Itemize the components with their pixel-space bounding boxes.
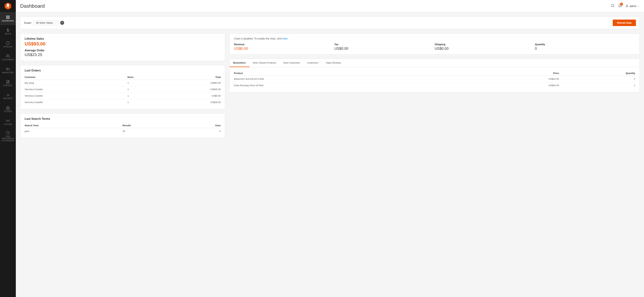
sidebar-item-dashboard[interactable]: DASHBOARD bbox=[0, 12, 16, 25]
tabs-header: BestsellersMost Viewed ProductsNew Custo… bbox=[230, 59, 640, 67]
order-total: US$29.00 bbox=[162, 99, 221, 106]
main-content: Dashboard 3 admin bbox=[16, 0, 644, 297]
sidebar-item-reports[interactable]: REPORTS bbox=[0, 90, 16, 103]
svg-point-20 bbox=[611, 4, 614, 7]
scope-select[interactable]: All Store Views bbox=[34, 20, 58, 25]
page-title: Dashboard bbox=[20, 3, 45, 9]
search-results: 32 bbox=[122, 128, 182, 134]
sidebar-logo bbox=[0, 0, 16, 12]
col-term: Search Term bbox=[24, 123, 122, 128]
sidebar-label-content: CONTENT bbox=[3, 85, 12, 87]
order-total: US$45.00 bbox=[162, 86, 221, 93]
metric-label: Quantity bbox=[535, 43, 635, 46]
last-orders-table: Customer Items Total key yang 1 US$64.00… bbox=[24, 75, 221, 105]
sidebar-item-customers[interactable]: CUSTOMERS bbox=[0, 51, 16, 64]
scope-left: Scope: All Store Views ? bbox=[24, 20, 64, 25]
catalog-icon bbox=[6, 41, 10, 45]
dashboard-icon bbox=[6, 15, 10, 19]
search-icon[interactable] bbox=[611, 4, 614, 8]
topbar-actions: 3 admin bbox=[611, 4, 640, 8]
metric-label: Revenue bbox=[234, 43, 334, 46]
product-quantity: 1 bbox=[559, 82, 635, 89]
avg-label: Average Order bbox=[24, 49, 221, 52]
reload-button[interactable]: Reload Data bbox=[613, 19, 636, 26]
product-quantity: 2 bbox=[559, 76, 635, 82]
svg-line-19 bbox=[8, 133, 9, 134]
avg-value: US$23.25 bbox=[24, 52, 221, 57]
order-items: 1 bbox=[128, 86, 162, 93]
right-panel: Chart is disabled. To enable the chart, … bbox=[230, 33, 640, 142]
col-items: Items bbox=[128, 75, 162, 80]
metric-item: Revenue US$0.00 bbox=[234, 43, 334, 51]
order-customer: key yang bbox=[24, 80, 128, 86]
metrics-row: Revenue US$0.00 Tax US$0.00 Shipping US$… bbox=[234, 43, 635, 51]
svg-point-22 bbox=[626, 5, 628, 6]
table-row: Veronica Costello 1 US$45.00 bbox=[24, 86, 221, 93]
sidebar-label-reports: REPORTS bbox=[3, 97, 12, 100]
svg-point-17 bbox=[7, 120, 8, 121]
sidebar-item-content[interactable]: CONTENT bbox=[0, 77, 16, 90]
order-total: US$0.00 bbox=[162, 93, 221, 99]
tab-bestsellers[interactable]: Bestsellers bbox=[230, 59, 249, 67]
svg-marker-11 bbox=[6, 68, 8, 70]
metric-item: Tax US$0.00 bbox=[334, 43, 435, 51]
col-product: Product bbox=[234, 71, 475, 76]
system-icon bbox=[6, 119, 10, 123]
lifetime-label: Lifetime Sales bbox=[24, 37, 221, 40]
metric-label: Tax bbox=[334, 43, 435, 46]
find-partners-icon bbox=[6, 131, 10, 135]
sidebar-label-marketing: MARKETING bbox=[2, 72, 14, 74]
stores-icon bbox=[6, 106, 10, 110]
marketing-icon bbox=[6, 67, 10, 71]
metric-value: US$0.00 bbox=[435, 46, 535, 51]
order-items: 1 bbox=[128, 93, 162, 99]
lifetime-value: US$93.00 bbox=[24, 41, 221, 47]
last-orders-title: Last Orders bbox=[24, 69, 221, 72]
col-results: Results bbox=[122, 123, 182, 128]
customers-icon bbox=[6, 54, 10, 58]
sidebar-item-marketing[interactable]: MARKETING bbox=[0, 64, 16, 77]
tab-most-viewed[interactable]: Most Viewed Products bbox=[250, 59, 280, 67]
tab-yotpo[interactable]: Yotpo Reviews bbox=[322, 59, 345, 67]
metric-value: US$0.00 bbox=[234, 46, 334, 51]
last-search-terms-section: Last Search Terms Search Term Results Us… bbox=[20, 113, 225, 138]
last-search-table: Search Term Results Uses pant 32 3 bbox=[24, 123, 221, 134]
stats-section: Lifetime Sales US$93.00 Average Order US… bbox=[20, 33, 225, 61]
svg-rect-8 bbox=[8, 17, 9, 19]
notification-badge: 3 bbox=[620, 3, 623, 5]
sidebar-label-find-partners: FIND PARTNERS & EXTENSIONS bbox=[1, 135, 15, 142]
tab-new-customers[interactable]: New Customers bbox=[280, 59, 304, 67]
chart-enable-link[interactable]: here. bbox=[282, 37, 288, 40]
reports-icon bbox=[6, 93, 10, 97]
svg-line-21 bbox=[614, 6, 614, 7]
metric-item: Quantity 0 bbox=[535, 43, 635, 51]
sidebar-label-sales: SALES bbox=[5, 33, 11, 35]
sidebar-item-sales[interactable]: SALES bbox=[0, 25, 16, 38]
table-row: key yang 1 US$64.00 bbox=[24, 80, 221, 86]
sidebar-label-customers: CUSTOMERS bbox=[2, 59, 14, 61]
dashboard-grid: Lifetime Sales US$93.00 Average Order US… bbox=[20, 33, 640, 142]
product-price: US$42.00 bbox=[475, 76, 559, 82]
help-icon[interactable]: ? bbox=[60, 21, 64, 25]
bestsellers-table: Product Price Quantity Beaumont Summit K… bbox=[234, 71, 635, 88]
sidebar-item-system[interactable]: SYSTEM bbox=[0, 116, 16, 129]
help-text: ? bbox=[62, 21, 63, 24]
col-total: Total bbox=[162, 75, 221, 80]
svg-point-10 bbox=[7, 55, 8, 56]
sidebar-label-dashboard: DASHBOARD bbox=[2, 20, 14, 22]
sidebar-label-stores: STORES bbox=[4, 110, 12, 113]
svg-rect-6 bbox=[8, 16, 9, 17]
tab-customers[interactable]: Customers bbox=[304, 59, 322, 67]
tabs-content: Product Price Quantity Beaumont Summit K… bbox=[230, 67, 640, 92]
order-total: US$64.00 bbox=[162, 80, 221, 86]
sidebar-item-stores[interactable]: STORES bbox=[0, 103, 16, 116]
table-row: Beaumont Summit Kit-S-Red US$42.00 2 bbox=[234, 76, 635, 82]
admin-menu[interactable]: admin bbox=[625, 4, 640, 8]
chart-disabled-section: Chart is disabled. To enable the chart, … bbox=[230, 33, 640, 54]
sidebar-item-find-partners[interactable]: FIND PARTNERS & EXTENSIONS bbox=[0, 129, 16, 144]
product-name: Erika Running Short-32-Red bbox=[234, 82, 475, 89]
chart-disabled-text: Chart is disabled. To enable the chart, … bbox=[234, 37, 282, 40]
sidebar-item-catalog[interactable]: CATALOG bbox=[0, 38, 16, 51]
topbar: Dashboard 3 admin bbox=[16, 0, 644, 12]
notification-icon[interactable]: 3 bbox=[618, 4, 622, 8]
